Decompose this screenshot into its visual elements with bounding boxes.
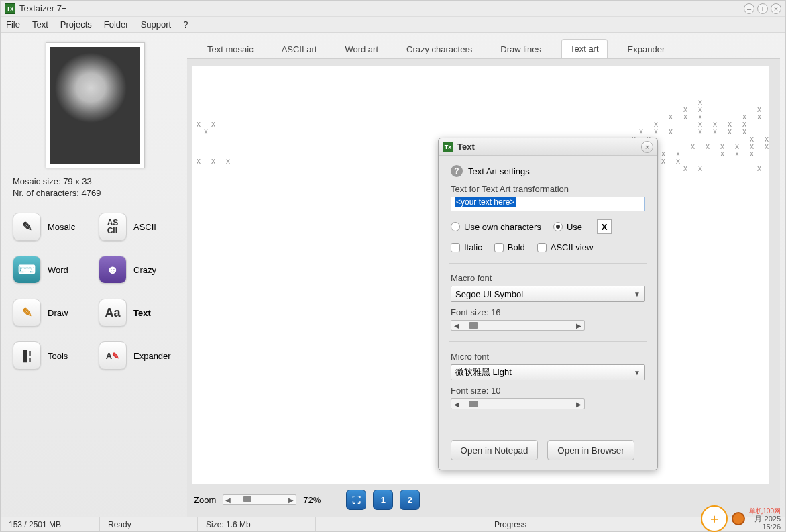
tool-draw[interactable]: ✎ Draw (13, 299, 92, 327)
menu-text[interactable]: Text (32, 19, 48, 30)
chevron-left-icon[interactable]: ◀ (225, 496, 231, 504)
chevron-down-icon: ▼ (634, 290, 640, 298)
divider (449, 341, 647, 342)
dialog-titlebar[interactable]: Tx Text × (439, 138, 657, 156)
keyboard-icon: ⌨ (13, 256, 41, 284)
chevron-right-icon[interactable]: ▶ (576, 322, 581, 329)
slider-thumb[interactable] (243, 496, 251, 502)
status-progress: Progress (410, 517, 611, 531)
tool-label: Tools (48, 351, 68, 361)
window-title: Textaizer 7+ (19, 3, 744, 13)
slider-thumb[interactable] (469, 322, 478, 329)
tool-mosaic[interactable]: ✎ Mosaic (13, 213, 92, 241)
menu-file[interactable]: File (6, 19, 20, 30)
tools-icon: ‖¦ (13, 341, 41, 370)
tool-label: Draw (48, 308, 68, 318)
zoom-label: Zoom (194, 495, 216, 505)
tool-grid: ✎ Mosaic ASCII ASCII ⌨ Word ☻ Crazy ✎ (13, 213, 178, 370)
magnify-plus-icon[interactable]: ＋ (701, 505, 728, 532)
close-button[interactable]: × (771, 3, 781, 14)
radio-icon (451, 222, 460, 231)
tab-text-art[interactable]: Text art (561, 39, 608, 58)
tool-ascii[interactable]: ASCII ASCII (99, 213, 178, 241)
micro-font-select[interactable]: 微软雅黑 Light ▼ (451, 364, 645, 380)
tool-label: Crazy (133, 265, 156, 275)
section-heading: Text Art settings (468, 166, 530, 176)
micro-size-slider[interactable]: ◀ ▶ (451, 398, 585, 409)
open-browser-button[interactable]: Open in Browser (547, 440, 634, 460)
menu-folder[interactable]: Folder (104, 19, 129, 30)
zoom-percent: 72% (303, 495, 321, 505)
tab-crazy[interactable]: Crazy characters (398, 40, 480, 58)
zoom-1-button[interactable]: 1 (373, 490, 393, 510)
content: Mosaic size: 79 x 33 Nr. of characters: … (1, 33, 785, 517)
zoom-fit-button[interactable]: ⛶ (346, 490, 366, 510)
tool-tools[interactable]: ‖¦ Tools (13, 341, 92, 370)
sidebar-info: Mosaic size: 79 x 33 Nr. of characters: … (13, 176, 178, 199)
dialog-title: Text (457, 142, 641, 152)
chars-count-label: Nr. of characters: 4769 (13, 188, 178, 198)
slider-thumb[interactable] (469, 401, 478, 407)
maximize-button[interactable]: + (757, 3, 768, 14)
radio-use[interactable]: Use (553, 222, 582, 232)
open-notepad-button[interactable]: Open in Notepad (451, 440, 538, 460)
tab-ascii-art[interactable]: ASCII art (274, 40, 325, 58)
pencil-icon: ✎ (13, 213, 41, 241)
chevron-right-icon[interactable]: ▶ (576, 401, 581, 408)
overlay-bottom-right: ＋ 单机100网 月 2025 15:26 (701, 505, 781, 532)
char-input[interactable]: X (597, 219, 612, 234)
macro-font-select[interactable]: Segoe UI Symbol ▼ (451, 286, 645, 302)
mosaic-size-label: Mosaic size: 79 x 33 (13, 176, 178, 187)
macro-size-slider[interactable]: ◀ ▶ (451, 320, 585, 331)
text-settings-dialog: Tx Text × ? Text Art settings Text for T… (438, 138, 658, 470)
menu-help[interactable]: ? (183, 19, 188, 30)
tool-crazy[interactable]: ☻ Crazy (99, 256, 178, 284)
chevron-right-icon[interactable]: ▶ (288, 496, 294, 504)
status-size: Size: 1.6 Mb (198, 517, 316, 531)
tab-expander[interactable]: Expander (620, 40, 673, 58)
expander-icon: A✎ (99, 341, 127, 370)
tab-word-art[interactable]: Word art (337, 40, 386, 58)
source-image-thumbnail[interactable] (46, 42, 145, 168)
tool-label: Word (48, 265, 68, 275)
zoom-2-button[interactable]: 2 (400, 490, 420, 510)
menu-support[interactable]: Support (141, 19, 172, 30)
tool-text[interactable]: Aa Text (99, 299, 178, 327)
checkbox-ascii-view[interactable]: ASCII view (537, 242, 594, 252)
tab-draw-lines[interactable]: Draw lines (492, 40, 549, 58)
taskbar-time: 15:26 (749, 523, 781, 531)
tool-word[interactable]: ⌨ Word (13, 256, 92, 284)
menu-projects[interactable]: Projects (60, 19, 92, 30)
checkbox-italic[interactable]: Italic (451, 242, 482, 252)
checkbox-label: ASCII view (551, 242, 594, 252)
checkbox-icon (494, 243, 504, 252)
orange-dot-icon (732, 512, 745, 525)
tab-text-mosaic[interactable]: Text mosaic (199, 40, 262, 58)
zoom-slider[interactable]: ◀ ▶ (223, 494, 296, 505)
checkbox-bold[interactable]: Bold (494, 242, 525, 252)
radio-own-characters[interactable]: Use own characters (451, 222, 541, 232)
micro-font-label: Micro font (451, 352, 645, 362)
chevron-left-icon[interactable]: ◀ (454, 401, 459, 408)
status-ready: Ready (100, 517, 198, 531)
help-icon[interactable]: ? (451, 165, 463, 177)
micro-size-label: Font size: 10 (451, 386, 645, 396)
text-input-label: Text for Text Art transformation (451, 184, 645, 194)
text-input[interactable]: <your text here> (451, 197, 645, 211)
app-icon: Tx (5, 3, 15, 14)
tool-label: ASCII (133, 222, 156, 232)
minimize-button[interactable]: – (744, 3, 754, 14)
titlebar: Tx Textaizer 7+ – + × (1, 1, 785, 17)
select-value: 微软雅黑 Light (455, 366, 512, 378)
zoom-bar: Zoom ◀ ▶ 72% ⛶ 1 2 (194, 488, 769, 511)
tool-expander[interactable]: A✎ Expander (99, 341, 178, 370)
thumbnail-image (50, 47, 140, 164)
menubar: File Text Projects Folder Support ? (1, 17, 785, 33)
dialog-close-button[interactable]: × (641, 141, 653, 153)
statusbar: 153 / 2501 MB Ready Size: 1.6 Mb Progres… (1, 517, 785, 531)
macro-size-label: Font size: 16 (451, 307, 645, 317)
ascii-icon: ASCII (99, 213, 127, 241)
chevron-left-icon[interactable]: ◀ (454, 322, 459, 329)
dialog-body: ? Text Art settings Text for Text Art tr… (439, 156, 657, 470)
pencil-icon: ✎ (13, 299, 41, 327)
